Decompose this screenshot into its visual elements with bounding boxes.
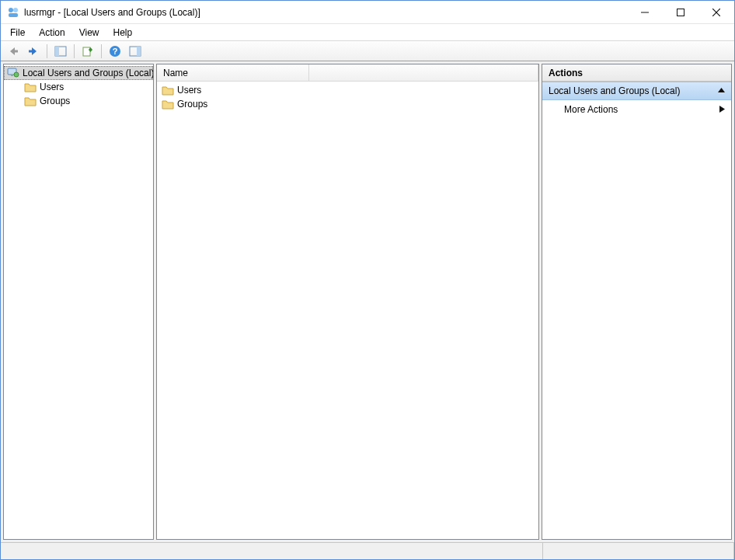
folder-icon — [24, 82, 37, 92]
toolbar-separator — [101, 44, 102, 58]
list-header: Name — [157, 64, 538, 82]
toolbar: ? — [1, 40, 734, 61]
toolbar-separator — [74, 44, 75, 58]
svg-text:?: ? — [113, 47, 118, 56]
svg-rect-15 — [137, 47, 141, 56]
status-cell — [543, 543, 734, 559]
svg-rect-11 — [83, 47, 90, 56]
folder-icon — [162, 99, 174, 110]
submenu-arrow-icon — [719, 104, 725, 115]
app-icon — [7, 6, 19, 19]
folder-icon — [162, 85, 174, 96]
forward-button[interactable] — [24, 43, 43, 60]
folder-icon — [24, 96, 37, 106]
tree-root[interactable]: Local Users and Groups (Local) — [4, 66, 153, 80]
svg-rect-4 — [678, 9, 684, 16]
collapse-icon — [718, 85, 725, 96]
actions-section-label: Local Users and Groups (Local) — [549, 85, 680, 96]
menu-help[interactable]: Help — [107, 26, 139, 40]
svg-rect-8 — [29, 50, 33, 52]
tree-root-label: Local Users and Groups (Local) — [23, 68, 154, 78]
status-cell — [1, 543, 543, 559]
actions-more-label: More Actions — [564, 104, 618, 115]
maximize-button[interactable] — [663, 1, 698, 24]
svg-point-18 — [14, 72, 19, 77]
list-item-label: Users — [177, 85, 201, 96]
minimize-button[interactable] — [627, 1, 663, 24]
tree-pane: Local Users and Groups (Local) Users Gro… — [3, 64, 154, 540]
statusbar — [1, 542, 734, 559]
actions-title: Actions — [542, 64, 731, 82]
tree-item-label: Users — [40, 82, 64, 92]
svg-rect-10 — [55, 47, 59, 56]
list-pane: Name Users Groups — [156, 64, 539, 540]
svg-point-0 — [9, 8, 13, 12]
menubar: File Action View Help — [1, 24, 734, 40]
main-area: Local Users and Groups (Local) Users Gro… — [1, 61, 734, 542]
menu-view[interactable]: View — [73, 26, 106, 40]
actions-pane: Actions Local Users and Groups (Local) M… — [542, 64, 732, 540]
tree-item-label: Groups — [40, 96, 70, 106]
actions-section-heading[interactable]: Local Users and Groups (Local) — [542, 82, 731, 100]
tree-item-groups[interactable]: Groups — [4, 94, 153, 108]
window-title: lusrmgr - [Local Users and Groups (Local… — [24, 7, 200, 18]
col-spacer — [309, 64, 538, 81]
show-hide-tree-button[interactable] — [51, 43, 70, 60]
actions-more[interactable]: More Actions — [542, 100, 731, 119]
back-button[interactable] — [4, 43, 23, 60]
list-item-groups[interactable]: Groups — [157, 97, 538, 111]
menu-action[interactable]: Action — [33, 26, 71, 40]
svg-rect-7 — [14, 50, 18, 52]
computer-icon — [7, 67, 19, 80]
svg-point-1 — [13, 8, 18, 12]
help-button[interactable]: ? — [106, 43, 124, 60]
export-list-button[interactable] — [78, 43, 97, 60]
titlebar: lusrmgr - [Local Users and Groups (Local… — [1, 1, 734, 24]
list-item-label: Groups — [177, 99, 207, 110]
svg-rect-17 — [11, 75, 13, 76]
menu-file[interactable]: File — [4, 26, 31, 40]
col-name[interactable]: Name — [157, 64, 309, 81]
show-hide-action-pane-button[interactable] — [126, 43, 145, 60]
close-button[interactable] — [698, 1, 734, 24]
tree-item-users[interactable]: Users — [4, 80, 153, 94]
svg-rect-2 — [9, 13, 18, 17]
toolbar-separator — [47, 44, 47, 58]
list-item-users[interactable]: Users — [157, 83, 538, 97]
